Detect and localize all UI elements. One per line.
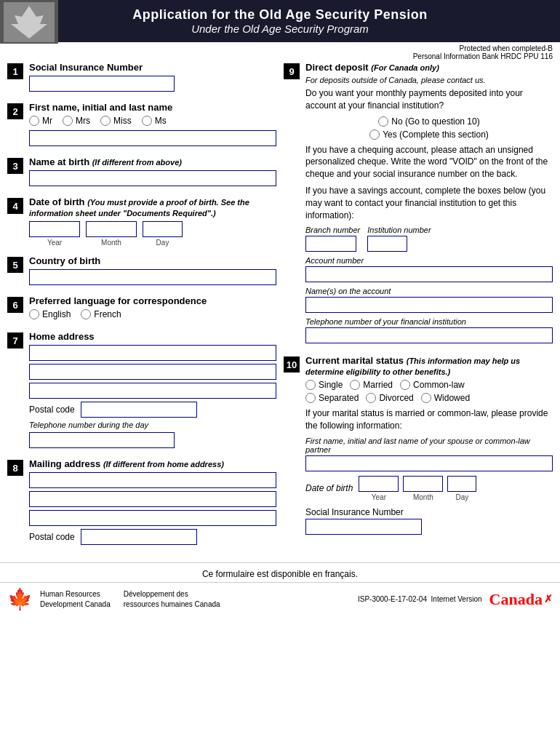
q2-name-input[interactable] bbox=[29, 130, 276, 146]
q10-common-law-radio[interactable] bbox=[400, 380, 410, 390]
q7-section: 7 Home address Postal code Telephone num… bbox=[7, 331, 276, 451]
q4-number: 4 bbox=[7, 198, 23, 214]
q4-day-input[interactable] bbox=[143, 221, 183, 237]
q9-no[interactable]: No (Go to question 10) bbox=[378, 116, 479, 127]
q10-single[interactable]: Single bbox=[305, 380, 343, 390]
q10-month-input[interactable] bbox=[403, 476, 443, 492]
q10-widowed[interactable]: Widowed bbox=[421, 393, 470, 403]
q10-year-input[interactable] bbox=[359, 476, 399, 492]
q10-spouse-name-input[interactable] bbox=[305, 455, 553, 471]
q5-number: 5 bbox=[7, 257, 23, 273]
q7-address3-input[interactable] bbox=[29, 383, 276, 399]
q10-sin-group: Social Insurance Number bbox=[305, 507, 553, 535]
q10-dob-row: Date of birth Year Month Day bbox=[305, 476, 553, 501]
q10-single-radio[interactable] bbox=[305, 380, 316, 390]
q9-yes[interactable]: Yes (Complete this section) bbox=[369, 130, 489, 140]
q9-yesno-group: No (Go to question 10) Yes (Complete thi… bbox=[305, 116, 553, 140]
q7-address1-input[interactable] bbox=[29, 345, 276, 361]
left-column: 1 Social Insurance Number 2 First name, … bbox=[7, 62, 276, 555]
q5-country-input[interactable] bbox=[29, 269, 276, 285]
q10-dob-label: Date of birth bbox=[305, 483, 353, 493]
q10-divorced-radio[interactable] bbox=[366, 393, 376, 403]
q9-phone-input[interactable] bbox=[305, 327, 553, 343]
q10-sin-input[interactable] bbox=[305, 519, 422, 535]
q3-content: Name at birth (If different from above) bbox=[29, 156, 276, 189]
q8-postal-label: Postal code bbox=[29, 532, 75, 542]
q10-separated-radio[interactable] bbox=[305, 393, 316, 403]
q9-institution-label: Institution number bbox=[367, 226, 431, 234]
q9-bank-fields: Branch number Institution number bbox=[305, 226, 553, 252]
q6-section: 6 Preferred language for correspondence … bbox=[7, 295, 276, 324]
q3-birth-name-input[interactable] bbox=[29, 170, 276, 186]
q2-mr[interactable]: Mr bbox=[29, 116, 52, 126]
q9-number: 9 bbox=[284, 63, 300, 79]
q6-content: Preferred language for correspondence En… bbox=[29, 295, 276, 324]
q3-number: 3 bbox=[7, 158, 23, 174]
q4-month-input[interactable] bbox=[86, 221, 137, 237]
q2-title-group: Mr Mrs Miss Ms bbox=[29, 116, 276, 126]
q7-postal-input[interactable] bbox=[81, 402, 197, 418]
q3-section: 3 Name at birth (If different from above… bbox=[7, 156, 276, 189]
q6-english[interactable]: English bbox=[29, 309, 71, 319]
q9-yes-radio[interactable] bbox=[369, 130, 380, 140]
q6-french[interactable]: French bbox=[81, 309, 121, 319]
q10-divorced[interactable]: Divorced bbox=[366, 393, 413, 403]
q1-content: Social Insurance Number bbox=[29, 62, 276, 95]
q9-account-input[interactable] bbox=[305, 266, 553, 282]
q9-branch-input[interactable] bbox=[305, 236, 356, 252]
q10-day-label: Day bbox=[447, 493, 476, 501]
q10-spouse-info: If your marital status is married or com… bbox=[305, 407, 553, 432]
q2-mr-radio[interactable] bbox=[29, 116, 39, 126]
q2-label: First name, initial and last name bbox=[29, 102, 276, 113]
q8-address1-input[interactable] bbox=[29, 472, 276, 488]
footer-french: Ce formulaire est disponible en français… bbox=[0, 562, 560, 582]
q8-content: Mailing address (If different from home … bbox=[29, 458, 276, 548]
footer-bottom: 🍁 Human Resources Development Canada Dév… bbox=[0, 582, 560, 615]
q10-common-law[interactable]: Common-law bbox=[400, 380, 465, 390]
q8-address3-input[interactable] bbox=[29, 510, 276, 526]
q10-marital-row1: Single Married Common-law bbox=[305, 380, 553, 403]
q8-address2-input[interactable] bbox=[29, 491, 276, 507]
q2-mrs[interactable]: Mrs bbox=[63, 116, 90, 126]
q6-number: 6 bbox=[7, 297, 23, 313]
footer-form-num: ISP-3000-E-17-02-04 Internet Version bbox=[358, 595, 482, 603]
q2-ms[interactable]: Ms bbox=[142, 116, 167, 126]
q8-postal-input[interactable] bbox=[81, 529, 197, 545]
q6-english-radio[interactable] bbox=[29, 309, 39, 319]
q9-no-radio[interactable] bbox=[378, 116, 388, 127]
q10-married[interactable]: Married bbox=[350, 380, 393, 390]
q7-address2-input[interactable] bbox=[29, 364, 276, 380]
q1-sin-input[interactable] bbox=[29, 76, 175, 92]
q9-phone-group: Telephone number of your financial insti… bbox=[305, 317, 553, 343]
q4-year-group: Year bbox=[29, 221, 80, 247]
q10-year-label: Year bbox=[359, 493, 399, 501]
q9-institution-group: Institution number bbox=[367, 226, 431, 252]
q9-institution-input[interactable] bbox=[367, 236, 407, 252]
q4-date-fields: Year Month Day bbox=[29, 221, 276, 247]
q2-mrs-radio[interactable] bbox=[63, 116, 73, 126]
q5-content: Country of birth bbox=[29, 255, 276, 288]
q6-french-radio[interactable] bbox=[81, 309, 91, 319]
q4-year-input[interactable] bbox=[29, 221, 80, 237]
q10-month-label: Month bbox=[403, 493, 443, 501]
q10-widowed-radio[interactable] bbox=[421, 393, 431, 403]
q9-names-input[interactable] bbox=[305, 297, 553, 313]
q1-number: 1 bbox=[7, 63, 23, 79]
q10-married-radio[interactable] bbox=[350, 380, 360, 390]
q6-label: Preferred language for correspondence bbox=[29, 295, 276, 306]
q7-postal-label: Postal code bbox=[29, 405, 75, 415]
q2-ms-radio[interactable] bbox=[142, 116, 152, 126]
q10-separated[interactable]: Separated bbox=[305, 393, 359, 403]
header-logo bbox=[0, 0, 58, 44]
q9-label: Direct deposit (For Canada only) bbox=[305, 62, 553, 73]
q10-day-input[interactable] bbox=[447, 476, 476, 492]
q10-number: 10 bbox=[284, 356, 300, 372]
q10-dob-fields: Year Month Day bbox=[359, 476, 476, 501]
q7-phone-label: Telephone number during the day bbox=[29, 421, 276, 429]
q7-phone-input[interactable] bbox=[29, 432, 175, 448]
q2-miss-radio[interactable] bbox=[100, 116, 111, 126]
q9-account-group: Account number bbox=[305, 256, 553, 282]
protected-note: Protected when completed-B Personal Info… bbox=[0, 42, 560, 62]
q9-names-group: Name(s) on the account bbox=[305, 287, 553, 313]
q2-miss[interactable]: Miss bbox=[100, 116, 132, 126]
